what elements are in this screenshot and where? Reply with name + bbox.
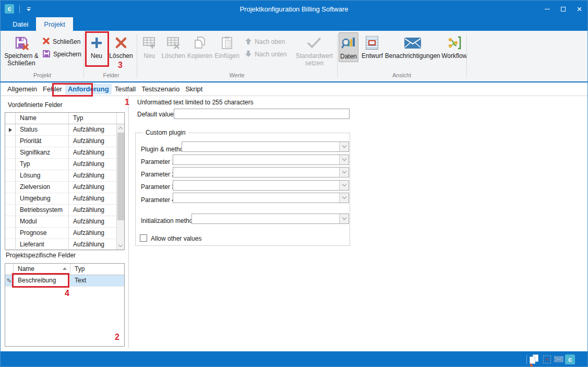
statusbar: ✕ c <box>1 351 587 367</box>
parameter1-label: Parameter 1 <box>141 158 175 165</box>
cell-name: Priorität <box>16 136 69 147</box>
table-row[interactable]: ZielversionAufzählung <box>5 182 124 193</box>
column-header-typ[interactable]: Typ <box>70 264 124 275</box>
cell-typ: Aufzählung <box>69 228 116 239</box>
workflow-button[interactable]: Workflow <box>441 32 467 61</box>
tab-testszenario[interactable]: Testszenario <box>139 84 182 94</box>
app-window: c Projektkonfiguration Billing Software … <box>0 0 588 367</box>
column-header-name[interactable]: Name <box>16 113 69 124</box>
content-area: Vordefinierte Felder Name Typ Status Auf… <box>1 96 587 348</box>
window-title: Projektkonfiguration Billing Software <box>1 5 587 13</box>
annotation-number-2: 2 <box>115 333 119 342</box>
current-row-arrow-icon <box>9 128 12 132</box>
statusbar-app-logo-icon[interactable]: c <box>565 354 575 364</box>
workflow-icon <box>447 33 462 52</box>
titlebar: c Projektkonfiguration Billing Software … <box>1 1 587 17</box>
notifications-button[interactable]: Benachrichtigungen <box>384 32 441 61</box>
delete-value-button: Löschen <box>161 32 186 61</box>
dropdown-chevron-icon[interactable] <box>339 142 349 151</box>
design-view-button[interactable]: Entwurf <box>361 32 384 61</box>
cell-typ: Aufzählung <box>69 239 116 250</box>
save-project-button[interactable]: Speichern <box>42 48 81 61</box>
delete-field-label: Löschen <box>109 53 133 60</box>
cell-name: Modul <box>16 216 69 227</box>
edit-pencil-icon: ✎ <box>6 277 11 285</box>
table-row[interactable]: Status Aufzählung <box>5 124 124 136</box>
copy-label: Kopieren <box>187 53 212 60</box>
scrollbar-thumb[interactable] <box>117 133 124 220</box>
paste-button: Einfügen <box>213 32 241 61</box>
dropdown-chevron-icon[interactable] <box>339 214 349 223</box>
group-label-ansicht: Ansicht <box>339 72 465 80</box>
cell-name: Status <box>16 124 69 135</box>
cell-typ: Aufzählung <box>69 216 116 227</box>
parameter4-dropdown[interactable] <box>173 193 349 203</box>
init-method-label: Initialization method <box>141 217 196 224</box>
annotation-number-3: 3 <box>118 61 123 70</box>
table-row[interactable]: UmgebungAufzählung <box>5 193 124 205</box>
annotation-box-beschreibung-cell <box>12 273 69 288</box>
plugin-method-dropdown[interactable] <box>182 141 349 152</box>
save-and-close-button[interactable]: Speichern & Schließen <box>3 32 40 68</box>
default-value-label: Default value: <box>137 111 175 118</box>
ribbon-tab-projekt[interactable]: Projekt <box>36 17 73 31</box>
cell-typ: Aufzählung <box>69 147 116 158</box>
dropdown-chevron-icon[interactable] <box>339 155 349 164</box>
notifications-label: Benachrichtigungen <box>385 53 440 60</box>
table-row[interactable]: BetriebssystemAufzählung <box>5 205 124 216</box>
data-view-button[interactable]: Daten <box>339 32 358 62</box>
ribbon-tab-datei[interactable]: Datei <box>5 17 36 31</box>
table-row[interactable]: PrioritätAufzählung <box>5 136 124 147</box>
parameter3-label: Parameter 3 <box>141 183 175 191</box>
table-row[interactable]: SignifikanzAufzählung <box>5 147 124 159</box>
ribbon-group-projekt: Speichern & Schließen Schließen Speicher… <box>3 31 82 80</box>
close-project-button[interactable]: Schließen <box>42 35 81 48</box>
parameter3-dropdown[interactable] <box>173 180 349 191</box>
table-row[interactable]: PrognoseAufzählung <box>5 228 124 239</box>
statusbar-design-view-icon: ✕ <box>543 356 551 363</box>
table-row[interactable]: LösungAufzählung <box>5 170 124 182</box>
arrow-down-icon <box>245 50 252 59</box>
allow-other-values-checkbox[interactable] <box>140 234 147 242</box>
ribbon-group-werte: Neu Löschen Kopieren <box>138 31 335 80</box>
cell-typ: Aufzählung <box>69 136 116 147</box>
tab-skript[interactable]: Skript <box>183 84 205 94</box>
tab-testfall[interactable]: Testfall <box>112 84 138 94</box>
parameter2-dropdown[interactable] <box>173 167 349 177</box>
dropdown-chevron-icon[interactable] <box>339 181 349 190</box>
delete-x-icon <box>115 33 127 52</box>
cell-name: Lieferant <box>16 239 69 250</box>
default-value-input[interactable] <box>174 109 350 119</box>
data-magnifier-icon <box>341 34 356 53</box>
dropdown-chevron-icon[interactable] <box>339 168 349 177</box>
dropdown-chevron-icon[interactable] <box>339 193 349 203</box>
table-plus-icon <box>142 33 156 52</box>
init-method-dropdown[interactable] <box>191 214 349 224</box>
page-red-corner <box>530 363 534 367</box>
save-project-icon <box>42 50 51 60</box>
design-page-icon <box>366 33 378 52</box>
scrollbar-up-icon[interactable] <box>117 124 124 132</box>
cell-name: Typ <box>16 159 69 170</box>
delete-field-button[interactable]: Löschen <box>107 32 135 61</box>
close-project-icon <box>42 37 50 46</box>
predefined-fields-title: Vordefinierte Felder <box>8 101 63 109</box>
move-down-button: Nach unten <box>245 48 293 61</box>
table-row[interactable]: LieferantAufzählung <box>5 239 124 251</box>
annotation-number-1: 1 <box>125 98 129 107</box>
tab-allgemein[interactable]: Allgemein <box>5 84 40 94</box>
table-row[interactable]: ModulAufzählung <box>5 216 124 228</box>
workflow-label: Workflow <box>441 53 467 60</box>
sort-ascending-icon <box>63 267 67 270</box>
statusbar-data-view-icon[interactable] <box>529 354 540 365</box>
new-value-button: Neu <box>138 32 161 61</box>
table-row[interactable]: TypAufzählung <box>5 159 124 170</box>
custom-plugin-groupbox: Custom plugin Plugin & method Parameter … <box>135 133 350 246</box>
parameter1-dropdown[interactable] <box>173 155 349 165</box>
copy-pages-icon <box>193 33 207 52</box>
cell-name: Signifikanz <box>16 147 69 158</box>
table-x-icon <box>166 33 180 52</box>
table-scrollbar[interactable] <box>116 124 124 250</box>
column-header-typ[interactable]: Typ <box>69 113 117 124</box>
scrollbar-down-icon[interactable] <box>117 242 124 250</box>
